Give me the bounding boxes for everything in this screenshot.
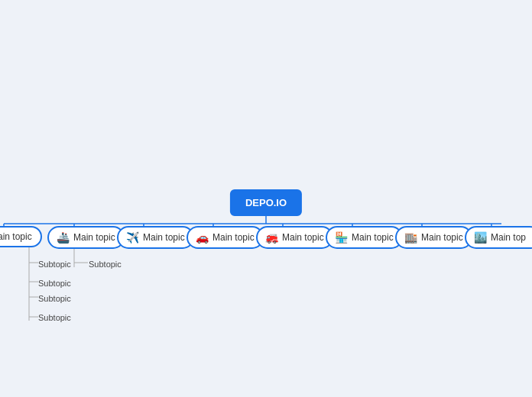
topic5-label: Main topic: [282, 232, 324, 243]
central-node[interactable]: DEPO.IO: [230, 189, 302, 216]
topic3-icon: ✈️: [126, 231, 139, 244]
subtopic-2-1[interactable]: Subtopic: [89, 260, 122, 269]
topic2-label: Main topic: [73, 232, 115, 243]
topic6-label: Main topic: [352, 232, 394, 243]
subtopic-1-3[interactable]: Subtopic: [38, 294, 71, 303]
topic4-label: Main topic: [212, 232, 255, 243]
main-topic-7[interactable]: 🏬 Main topic: [395, 226, 472, 249]
topic4-icon: 🚗: [196, 231, 209, 244]
main-topic-5[interactable]: 🚒 Main topic: [256, 226, 333, 249]
main-topic-8[interactable]: 🏙️ Main top: [465, 226, 532, 249]
topic8-icon: 🏙️: [474, 231, 487, 244]
subtopic-1-4[interactable]: Subtopic: [38, 313, 71, 322]
topic1-label: Main topic: [0, 231, 32, 242]
main-topic-3[interactable]: ✈️ Main topic: [117, 226, 194, 249]
topic6-icon: 🏪: [335, 231, 348, 244]
topic7-label: Main topic: [421, 232, 463, 243]
subtopic-1-2[interactable]: Subtopic: [38, 279, 71, 288]
subtopic-1-1[interactable]: Subtopic: [38, 260, 71, 269]
topic8-label: Main top: [491, 232, 526, 243]
topic7-icon: 🏬: [404, 231, 417, 244]
topic3-label: Main topic: [143, 232, 185, 243]
mindmap-canvas: DEPO.IO Main topic 🚢 Main topic ✈️ Main …: [0, 0, 532, 397]
main-topic-2[interactable]: 🚢 Main topic: [47, 226, 125, 249]
main-topic-6[interactable]: 🏪 Main topic: [326, 226, 403, 249]
main-topic-4[interactable]: 🚗 Main topic: [187, 226, 264, 249]
main-topic-1[interactable]: Main topic: [0, 226, 42, 247]
topic2-icon: 🚢: [57, 231, 70, 244]
topic5-icon: 🚒: [265, 231, 278, 244]
